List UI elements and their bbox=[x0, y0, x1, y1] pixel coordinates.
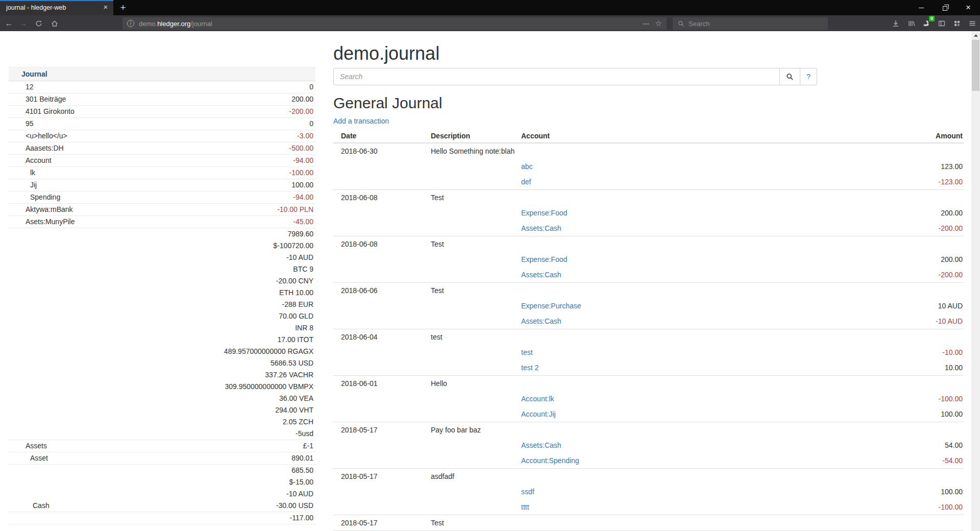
posting-account-link[interactable]: Account:Jij bbox=[521, 409, 556, 419]
sidebar-account-link[interactable]: Account bbox=[9, 155, 52, 166]
posting-amount: 200.00 bbox=[567, 208, 964, 218]
balance-amount: BTC 9 bbox=[26, 263, 313, 275]
balance-amount: 36.00 VEA bbox=[26, 393, 313, 404]
posting-account-link[interactable]: Expense:Food bbox=[521, 208, 567, 218]
sidebar-account-link[interactable]: 4101 Girokonto bbox=[9, 106, 75, 117]
posting-account-link[interactable]: Assets:Cash bbox=[521, 316, 561, 326]
downloads-button[interactable] bbox=[889, 17, 903, 30]
balance-amount: 337.26 VACHR bbox=[26, 369, 313, 381]
browser-tab-active[interactable]: journal - hledger-web × bbox=[0, 0, 113, 15]
sidebar-account-link[interactable]: Asset bbox=[9, 452, 48, 464]
journal-link[interactable]: Journal bbox=[21, 70, 47, 78]
posting-account-link[interactable]: test bbox=[521, 347, 533, 357]
sidebar-account-link[interactable]: Asets:MunyPile bbox=[9, 216, 75, 228]
sidebar-account-link[interactable]: Spending bbox=[9, 191, 60, 203]
sidebar-account-link[interactable]: lk bbox=[9, 167, 35, 179]
sidebars-button[interactable] bbox=[935, 17, 949, 30]
balance-amount: -30.00 USD bbox=[50, 500, 313, 512]
posting-indent bbox=[333, 440, 521, 450]
journal-search-input[interactable] bbox=[333, 68, 780, 85]
menu-button[interactable] bbox=[965, 17, 979, 30]
page-content: Journal 120301 Beiträge200.004101 Giroko… bbox=[0, 31, 980, 531]
account-balance: -3.00 bbox=[67, 130, 315, 142]
url-bar[interactable]: i demo.hledger.org/journal ••• ☆ bbox=[122, 17, 667, 30]
transaction-header-line: 2018-06-30Hello Something note:blah bbox=[333, 143, 964, 159]
posting-indent bbox=[333, 363, 521, 373]
sidebar-account-link[interactable]: Aaasets:DH bbox=[9, 142, 64, 154]
window-minimize-button[interactable] bbox=[910, 0, 933, 15]
window-close-button[interactable]: × bbox=[957, 0, 980, 15]
sidebar-account-row: 950 bbox=[9, 118, 315, 130]
account-balance: -100.00 bbox=[35, 167, 315, 179]
transaction-date: 2018-06-08 bbox=[333, 239, 427, 249]
add-transaction-link[interactable]: Add a transaction bbox=[333, 117, 389, 125]
back-button[interactable]: ← bbox=[2, 17, 16, 30]
window-restore-button[interactable] bbox=[933, 0, 957, 15]
posting-account-link[interactable]: test 2 bbox=[521, 363, 538, 373]
scrollbar-up-button[interactable] bbox=[971, 31, 980, 40]
posting-account-link[interactable]: Assets:Cash bbox=[521, 223, 561, 233]
tab-close-icon[interactable]: × bbox=[101, 3, 110, 12]
column-header-date: Date bbox=[333, 131, 427, 141]
balance-amount: -3.00 bbox=[67, 130, 313, 142]
posting-account-link[interactable]: abc bbox=[521, 161, 533, 172]
sidebar-account-row: <u>hello</u>-3.00 bbox=[9, 130, 315, 142]
posting-row: Assets:Cash-10 AUD bbox=[333, 313, 964, 329]
page-actions-icon[interactable]: ••• bbox=[643, 21, 650, 26]
forward-button[interactable]: → bbox=[16, 17, 30, 30]
sidebar-account-link[interactable]: 95 bbox=[9, 118, 34, 130]
window-controls: × bbox=[910, 0, 980, 15]
extension-button[interactable]: 0 bbox=[919, 17, 933, 30]
browser-search-input[interactable] bbox=[689, 20, 828, 28]
new-tab-button[interactable]: + bbox=[116, 2, 130, 14]
page-scrollbar[interactable] bbox=[971, 31, 980, 531]
site-info-icon[interactable]: i bbox=[127, 20, 134, 27]
balance-amount: -5usd bbox=[26, 428, 313, 440]
posting-account-link[interactable]: ssdf bbox=[521, 487, 534, 497]
shortcuts-button[interactable] bbox=[950, 17, 964, 30]
library-button[interactable] bbox=[904, 17, 919, 30]
bookmark-star-icon[interactable]: ☆ bbox=[655, 19, 662, 28]
sidebar-account-link[interactable]: Assets bbox=[9, 440, 47, 452]
posting-account-link[interactable]: Assets:Cash bbox=[521, 440, 561, 450]
reload-icon bbox=[35, 19, 43, 28]
balance-amount: 200.00 bbox=[66, 93, 313, 105]
extension-badge: 0 bbox=[929, 16, 935, 21]
home-button[interactable] bbox=[47, 17, 61, 30]
posting-account-link[interactable]: Expense:Food bbox=[521, 254, 567, 264]
scrollbar-thumb[interactable] bbox=[972, 40, 979, 91]
journal-table-header: Date Description Account Amount bbox=[333, 129, 964, 143]
sidebar-account-link[interactable]: Aktywa:mBank bbox=[9, 204, 73, 215]
balance-amount: 0 bbox=[34, 81, 313, 93]
posting-account-link[interactable]: tttt bbox=[521, 502, 529, 512]
posting-row: Assets:Cash-200.00 bbox=[333, 221, 964, 236]
search-submit-button[interactable] bbox=[780, 68, 800, 85]
balance-amount: -117.00 bbox=[26, 512, 313, 524]
posting-account-link[interactable]: Assets:Cash bbox=[521, 270, 561, 280]
posting-row: Expense:Food200.00 bbox=[333, 252, 964, 267]
url-actions: ••• ☆ bbox=[643, 19, 667, 28]
balance-amount: -94.00 bbox=[60, 191, 313, 203]
sidebar-header: Journal bbox=[9, 67, 315, 81]
posting-account-link[interactable]: Expense:Purchase bbox=[521, 301, 581, 311]
browser-toolbar: ← → i demo.hledger.org/journal ••• ☆ bbox=[0, 15, 980, 31]
sidebar-account-link[interactable]: <u>hello</u> bbox=[9, 130, 67, 142]
posting-account-link[interactable]: Account:Spending bbox=[521, 455, 579, 466]
up-arrow-icon bbox=[974, 34, 978, 37]
reload-button[interactable] bbox=[32, 17, 45, 30]
transaction-header-line: 2018-06-08Test bbox=[333, 190, 964, 205]
sidebar-account-link[interactable]: Cash bbox=[9, 500, 50, 512]
sidebar-account-link[interactable]: Jij bbox=[9, 179, 37, 191]
transaction-description: test bbox=[427, 332, 521, 342]
sidebar-account-row: Assets£-1 bbox=[9, 440, 315, 452]
tab-title: journal - hledger-web bbox=[6, 4, 95, 11]
sidebar-account-link[interactable]: 301 Beiträge bbox=[9, 93, 66, 105]
posting-account-link[interactable]: def bbox=[521, 177, 531, 187]
sidebar-account-row: lk-100.00 bbox=[9, 167, 315, 179]
browser-search-bar[interactable] bbox=[673, 17, 828, 30]
sidebar-account-link[interactable]: 12 bbox=[9, 81, 34, 93]
search-help-button[interactable]: ? bbox=[800, 68, 817, 85]
posting-indent bbox=[333, 455, 521, 466]
download-icon bbox=[892, 19, 900, 28]
posting-account-link[interactable]: Account:lk bbox=[521, 394, 554, 404]
